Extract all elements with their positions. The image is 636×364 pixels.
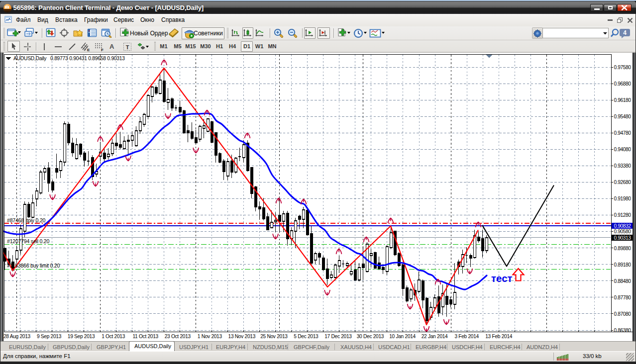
svg-text:0.97580: 0.97580	[614, 65, 632, 70]
svg-text:0.87080: 0.87080	[614, 311, 632, 317]
svg-text:1 Nov 2013: 1 Nov 2013	[198, 334, 222, 339]
svg-text:4: 4	[623, 29, 627, 36]
svg-text:9 Sep 2013: 9 Sep 2013	[37, 334, 62, 339]
svg-text:0.94780: 0.94780	[614, 130, 632, 136]
svg-text:3 Feb 2014: 3 Feb 2014	[454, 334, 479, 339]
svg-text:F: F	[101, 48, 104, 52]
svg-text:11 Oct 2013: 11 Oct 2013	[132, 334, 158, 339]
svg-text:0.88480: 0.88480	[614, 278, 632, 284]
svg-text:0.96180: 0.96180	[614, 97, 632, 103]
svg-text:0.90313: 0.90313	[614, 235, 632, 241]
svg-text:23 Oct 2013: 23 Oct 2013	[165, 334, 191, 339]
svg-text:тест: тест	[491, 273, 513, 284]
svg-text:22 Jan 2014: 22 Jan 2014	[422, 334, 448, 339]
svg-text:0.91280: 0.91280	[614, 212, 632, 218]
svg-text:19 Sep 2013: 19 Sep 2013	[68, 334, 95, 339]
svg-text:#1153866 buy limit 0.20: #1153866 buy limit 0.20	[7, 263, 60, 269]
svg-text:AUDUSD,Daily 0.89773 0.90431: AUDUSD,Daily 0.89773 0.90431 0.89658 0.9…	[13, 56, 125, 61]
svg-text:25 Nov 2013: 25 Nov 2013	[260, 334, 288, 339]
svg-text:13 Feb 2014: 13 Feb 2014	[485, 334, 513, 339]
svg-text:0.90832: 0.90832	[614, 223, 632, 229]
svg-text:#1207794 sell 0.20: #1207794 sell 0.20	[7, 238, 50, 244]
svg-text:#87468 tpiy 0.20: #87468 tpiy 0.20	[7, 217, 46, 223]
svg-text:0.87780: 0.87780	[614, 295, 632, 300]
svg-text:0.95480: 0.95480	[614, 114, 632, 119]
svg-text:0.96880: 0.96880	[614, 81, 632, 87]
svg-text:1 Oct 2013: 1 Oct 2013	[102, 334, 125, 339]
svg-text:E: E	[87, 48, 90, 52]
svg-text:0.89880: 0.89880	[614, 246, 632, 251]
svg-text:0.93380: 0.93380	[614, 163, 632, 169]
svg-text:0.86380: 0.86380	[614, 328, 632, 333]
svg-text:0.90580: 0.90580	[614, 229, 632, 234]
svg-text:10 Jan 2014: 10 Jan 2014	[389, 334, 416, 339]
svg-text:28 Aug 2013: 28 Aug 2013	[3, 334, 31, 339]
svg-text:T: T	[126, 44, 129, 50]
svg-text:13 Nov 2013: 13 Nov 2013	[228, 334, 256, 339]
svg-text:0.89180: 0.89180	[614, 262, 632, 268]
svg-text:30 Dec 2013: 30 Dec 2013	[357, 334, 384, 339]
svg-text:17 Dec 2013: 17 Dec 2013	[324, 334, 352, 339]
svg-text:0.94080: 0.94080	[614, 147, 632, 152]
svg-text:0.92680: 0.92680	[614, 180, 632, 185]
svg-text:0.91980: 0.91980	[614, 196, 632, 201]
svg-text:5 Dec 2013: 5 Dec 2013	[294, 334, 318, 339]
